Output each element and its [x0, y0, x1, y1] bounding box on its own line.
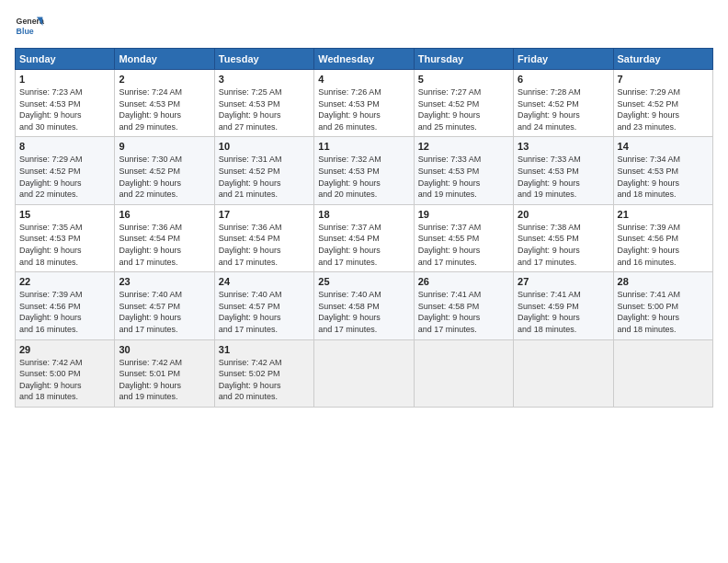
calendar-cell: 12Sunrise: 7:33 AMSunset: 4:53 PMDayligh…: [414, 137, 513, 204]
day-number: 18: [318, 209, 409, 220]
day-number: 23: [119, 276, 210, 287]
calendar-cell: 16Sunrise: 7:36 AMSunset: 4:54 PMDayligh…: [115, 204, 214, 271]
day-number: 16: [119, 209, 210, 220]
day-number: 6: [518, 74, 609, 85]
calendar-cell: 6Sunrise: 7:28 AMSunset: 4:52 PMDaylight…: [514, 70, 613, 137]
day-number: 22: [19, 276, 110, 287]
day-number: 4: [318, 74, 409, 85]
day-number: 24: [219, 276, 310, 287]
calendar-cell: 3Sunrise: 7:25 AMSunset: 4:53 PMDaylight…: [214, 70, 313, 137]
day-info: Sunrise: 7:27 AMSunset: 4:52 PMDaylight:…: [418, 86, 509, 132]
day-number: 12: [418, 141, 509, 152]
day-number: 31: [219, 344, 310, 355]
calendar-cell: 20Sunrise: 7:38 AMSunset: 4:55 PMDayligh…: [514, 204, 613, 271]
calendar-cell: 25Sunrise: 7:40 AMSunset: 4:58 PMDayligh…: [314, 272, 414, 339]
day-number: 17: [219, 209, 310, 220]
col-header-sunday: Sunday: [16, 49, 115, 70]
calendar-cell: 29Sunrise: 7:42 AMSunset: 5:00 PMDayligh…: [16, 339, 115, 407]
calendar-cell: 1Sunrise: 7:23 AMSunset: 4:53 PMDaylight…: [16, 70, 115, 137]
logo: General Blue: [15, 11, 44, 40]
day-info: Sunrise: 7:42 AMSunset: 5:01 PMDaylight:…: [119, 357, 210, 403]
calendar-table: SundayMondayTuesdayWednesdayThursdayFrid…: [15, 48, 713, 408]
calendar-cell: 27Sunrise: 7:41 AMSunset: 4:59 PMDayligh…: [514, 272, 613, 339]
svg-text:Blue: Blue: [17, 27, 34, 36]
day-info: Sunrise: 7:39 AMSunset: 4:56 PMDaylight:…: [19, 289, 110, 335]
day-info: Sunrise: 7:33 AMSunset: 4:53 PMDaylight:…: [418, 154, 509, 200]
day-number: 26: [418, 276, 509, 287]
day-info: Sunrise: 7:30 AMSunset: 4:52 PMDaylight:…: [119, 154, 210, 200]
day-info: Sunrise: 7:41 AMSunset: 4:58 PMDaylight:…: [418, 289, 509, 335]
calendar-cell: 31Sunrise: 7:42 AMSunset: 5:02 PMDayligh…: [214, 339, 313, 407]
day-number: 3: [219, 74, 310, 85]
day-number: 15: [19, 209, 110, 220]
calendar-body: 1Sunrise: 7:23 AMSunset: 4:53 PMDaylight…: [16, 70, 713, 408]
day-info: Sunrise: 7:29 AMSunset: 4:52 PMDaylight:…: [19, 154, 110, 200]
generalblue-logo-icon: General Blue: [15, 11, 44, 40]
col-header-wednesday: Wednesday: [314, 49, 414, 70]
calendar-cell: [414, 339, 513, 407]
day-info: Sunrise: 7:32 AMSunset: 4:53 PMDaylight:…: [318, 154, 409, 200]
day-number: 21: [618, 209, 709, 220]
day-number: 20: [518, 209, 609, 220]
day-info: Sunrise: 7:28 AMSunset: 4:52 PMDaylight:…: [518, 86, 609, 132]
day-number: 14: [618, 141, 709, 152]
col-header-monday: Monday: [115, 49, 214, 70]
calendar-cell: 10Sunrise: 7:31 AMSunset: 4:52 PMDayligh…: [214, 137, 313, 204]
calendar-cell: 23Sunrise: 7:40 AMSunset: 4:57 PMDayligh…: [115, 272, 214, 339]
calendar-cell: 5Sunrise: 7:27 AMSunset: 4:52 PMDaylight…: [414, 70, 513, 137]
calendar-cell: 26Sunrise: 7:41 AMSunset: 4:58 PMDayligh…: [414, 272, 513, 339]
calendar-cell: 28Sunrise: 7:41 AMSunset: 5:00 PMDayligh…: [613, 272, 712, 339]
day-number: 2: [119, 74, 210, 85]
calendar-cell: [613, 339, 712, 407]
day-info: Sunrise: 7:42 AMSunset: 5:02 PMDaylight:…: [219, 357, 310, 403]
day-number: 19: [418, 209, 509, 220]
day-number: 8: [19, 141, 110, 152]
day-info: Sunrise: 7:41 AMSunset: 4:59 PMDaylight:…: [518, 289, 609, 335]
col-header-saturday: Saturday: [613, 49, 712, 70]
calendar-cell: 4Sunrise: 7:26 AMSunset: 4:53 PMDaylight…: [314, 70, 414, 137]
day-info: Sunrise: 7:39 AMSunset: 4:56 PMDaylight:…: [618, 222, 709, 268]
day-number: 9: [119, 141, 210, 152]
calendar-cell: 17Sunrise: 7:36 AMSunset: 4:54 PMDayligh…: [214, 204, 313, 271]
day-number: 1: [19, 74, 110, 85]
day-number: 27: [518, 276, 609, 287]
calendar-cell: 7Sunrise: 7:29 AMSunset: 4:52 PMDaylight…: [613, 70, 712, 137]
calendar-cell: [314, 339, 414, 407]
day-number: 13: [518, 141, 609, 152]
calendar-cell: 11Sunrise: 7:32 AMSunset: 4:53 PMDayligh…: [314, 137, 414, 204]
calendar-header: SundayMondayTuesdayWednesdayThursdayFrid…: [16, 49, 713, 70]
day-info: Sunrise: 7:41 AMSunset: 5:00 PMDaylight:…: [618, 289, 709, 335]
calendar-cell: [514, 339, 613, 407]
day-number: 25: [318, 276, 409, 287]
day-info: Sunrise: 7:25 AMSunset: 4:53 PMDaylight:…: [219, 86, 310, 132]
day-info: Sunrise: 7:36 AMSunset: 4:54 PMDaylight:…: [219, 222, 310, 268]
day-info: Sunrise: 7:38 AMSunset: 4:55 PMDaylight:…: [518, 222, 609, 268]
calendar-cell: 22Sunrise: 7:39 AMSunset: 4:56 PMDayligh…: [16, 272, 115, 339]
calendar-week-row: 15Sunrise: 7:35 AMSunset: 4:53 PMDayligh…: [16, 204, 713, 271]
calendar-cell: 21Sunrise: 7:39 AMSunset: 4:56 PMDayligh…: [613, 204, 712, 271]
calendar-week-row: 22Sunrise: 7:39 AMSunset: 4:56 PMDayligh…: [16, 272, 713, 339]
day-info: Sunrise: 7:23 AMSunset: 4:53 PMDaylight:…: [19, 86, 110, 132]
calendar-cell: 15Sunrise: 7:35 AMSunset: 4:53 PMDayligh…: [16, 204, 115, 271]
day-number: 11: [318, 141, 409, 152]
calendar-cell: 18Sunrise: 7:37 AMSunset: 4:54 PMDayligh…: [314, 204, 414, 271]
day-number: 5: [418, 74, 509, 85]
calendar-cell: 2Sunrise: 7:24 AMSunset: 4:53 PMDaylight…: [115, 70, 214, 137]
calendar-header-row: SundayMondayTuesdayWednesdayThursdayFrid…: [16, 49, 713, 70]
calendar-cell: 24Sunrise: 7:40 AMSunset: 4:57 PMDayligh…: [214, 272, 313, 339]
day-number: 29: [19, 344, 110, 355]
day-info: Sunrise: 7:26 AMSunset: 4:53 PMDaylight:…: [318, 86, 409, 132]
day-info: Sunrise: 7:40 AMSunset: 4:57 PMDaylight:…: [119, 289, 210, 335]
page: General Blue SundayMondayTuesdayWednesda…: [0, 0, 728, 563]
day-info: Sunrise: 7:24 AMSunset: 4:53 PMDaylight:…: [119, 86, 210, 132]
col-header-tuesday: Tuesday: [214, 49, 313, 70]
calendar-cell: 14Sunrise: 7:34 AMSunset: 4:53 PMDayligh…: [613, 137, 712, 204]
day-info: Sunrise: 7:42 AMSunset: 5:00 PMDaylight:…: [19, 357, 110, 403]
calendar-cell: 19Sunrise: 7:37 AMSunset: 4:55 PMDayligh…: [414, 204, 513, 271]
calendar-cell: 30Sunrise: 7:42 AMSunset: 5:01 PMDayligh…: [115, 339, 214, 407]
day-number: 30: [119, 344, 210, 355]
day-number: 28: [618, 276, 709, 287]
day-info: Sunrise: 7:33 AMSunset: 4:53 PMDaylight:…: [518, 154, 609, 200]
header: General Blue: [15, 11, 713, 40]
col-header-friday: Friday: [514, 49, 613, 70]
